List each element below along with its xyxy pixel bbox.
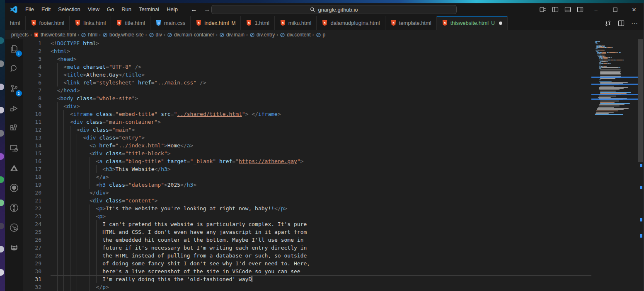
code-line-13[interactable]: <div class="entry"> xyxy=(51,134,591,142)
svg-text:5: 5 xyxy=(119,21,120,25)
menu-terminal[interactable]: Terminal xyxy=(135,6,163,12)
code-line-5[interactable]: <title>Athene.Gay</title> xyxy=(51,71,591,79)
menu-go[interactable]: Go xyxy=(103,6,118,12)
navigate-back-icon[interactable]: ← xyxy=(191,6,197,13)
code-line-32[interactable]: </p> xyxy=(51,283,591,291)
code-line-20[interactable]: </div> xyxy=(51,189,591,197)
code-line-22[interactable]: <p>It's the website you're looking at ri… xyxy=(51,204,591,212)
scrollbar-thumb[interactable] xyxy=(638,39,643,162)
toggle-primary-sidebar-icon[interactable] xyxy=(549,3,562,16)
gitlens-icon[interactable] xyxy=(7,201,21,215)
code-line-17[interactable]: <h3>This Website</h3> xyxy=(51,165,591,173)
tab-title.html[interactable]: 5title.html xyxy=(111,16,150,30)
menu-run[interactable]: Run xyxy=(118,6,135,12)
tab-thiswebsite.html[interactable]: 5thiswebsite.htmlU xyxy=(437,16,508,30)
overview-ruler-mark xyxy=(640,234,642,238)
open-changes-icon[interactable] xyxy=(602,17,614,29)
menu-help[interactable]: Help xyxy=(163,6,182,12)
code-line-19[interactable]: <h3 class="datestamp">2025</h3> xyxy=(51,181,591,189)
code-line-31[interactable]: I'm really doing this the 'old-fashioned… xyxy=(51,275,591,283)
split-editor-icon[interactable] xyxy=(615,17,627,29)
tab-main.css[interactable]: 3main.css xyxy=(150,16,191,30)
editor-scrollbar[interactable] xyxy=(638,39,644,291)
code-line-16[interactable]: <a class="blog-title" target="_blank" hr… xyxy=(51,157,591,165)
code-line-18[interactable]: </a> xyxy=(51,173,591,181)
indent-guide xyxy=(90,165,90,173)
tab-html[interactable]: html xyxy=(5,16,26,30)
tab-miku.html[interactable]: 5miku.html xyxy=(275,16,317,30)
more-actions-icon[interactable]: ⋯ xyxy=(629,17,640,29)
navigate-forward-icon[interactable]: → xyxy=(204,6,211,13)
run-debug-icon[interactable] xyxy=(7,101,21,115)
breadcrumb-item-div[interactable]: div xyxy=(149,32,162,38)
remote-explorer-icon[interactable] xyxy=(7,141,21,155)
indent-guide xyxy=(57,142,58,149)
minimap[interactable] xyxy=(591,39,638,291)
code-line-2[interactable]: <html> xyxy=(51,47,591,55)
godot-tools-icon[interactable] xyxy=(7,240,21,255)
code-line-26[interactable]: the embedded hit counter at the bottom. … xyxy=(51,236,591,244)
search-sidebar-icon[interactable] xyxy=(7,62,21,76)
code-line-7[interactable]: </head> xyxy=(51,87,591,94)
tab-template.html[interactable]: 5template.html xyxy=(385,16,437,30)
menu-edit[interactable]: Edit xyxy=(38,6,54,12)
breadcrumb-item-p[interactable]: p xyxy=(316,32,326,38)
code-line-29[interactable]: of doing some fancy shit I don't see why… xyxy=(51,260,591,267)
code-line-9[interactable]: <div> xyxy=(51,102,591,110)
breadcrumb-separator-icon: › xyxy=(145,32,147,38)
code-line-12[interactable]: <div class="main"> xyxy=(51,126,591,134)
minimap-line xyxy=(597,42,598,43)
unsaved-dot-icon[interactable] xyxy=(499,22,502,25)
code-line-1[interactable]: <!DOCTYPE html> xyxy=(51,39,591,47)
code-line-8[interactable]: <body class="whole-site"> xyxy=(51,94,591,102)
breadcrumb-item-div.entry[interactable]: div.entry xyxy=(249,32,275,38)
triangle-extension-icon[interactable] xyxy=(7,161,21,175)
extensions-icon[interactable] xyxy=(7,121,21,135)
menu-view[interactable]: View xyxy=(84,6,103,12)
code-line-14[interactable]: <a href="../index.html">Home</a> xyxy=(51,142,591,149)
breadcrumb-item-div.main[interactable]: div.main xyxy=(219,32,245,38)
tab-links.html[interactable]: 5links.html xyxy=(70,16,111,30)
tab-index.html[interactable]: 5index.htmlM xyxy=(191,16,241,30)
breadcrumb-item-div.main-container[interactable]: div.main-container xyxy=(167,32,214,38)
close-button[interactable]: ✕ xyxy=(625,3,644,16)
tab-dalamudplugins.html[interactable]: 5dalamudplugins.html xyxy=(317,16,385,30)
source-control-icon[interactable]: 2 xyxy=(7,82,21,96)
breadcrumb-item-projects[interactable]: projects xyxy=(11,32,29,38)
code-area[interactable]: <!DOCTYPE html><html> <head> <meta chars… xyxy=(51,39,591,291)
code-line-3[interactable]: <head> xyxy=(51,55,591,63)
code-line-11[interactable]: <div class="main-container"> xyxy=(51,118,591,126)
code-editor[interactable]: 1234567891011121314151617181920212223242… xyxy=(23,39,644,291)
command-center-search[interactable]: gnargle.github.io xyxy=(211,5,457,14)
code-line-28[interactable]: the HTML instead of pulling from a datab… xyxy=(51,252,591,260)
breadcrumb-item-html[interactable]: html xyxy=(81,32,97,38)
explorer-icon[interactable]: 1 xyxy=(7,42,21,56)
customize-layout-icon[interactable] xyxy=(537,3,549,16)
minimap-line xyxy=(602,52,606,53)
code-line-25[interactable]: HTML and CSS. I don't even have any java… xyxy=(51,228,591,236)
github-icon[interactable] xyxy=(7,181,21,195)
code-line-21[interactable]: <div class="content"> xyxy=(51,197,591,204)
code-line-30[interactable]: here's a live screenshot of the site in … xyxy=(51,267,591,275)
line-number-gutter[interactable]: 1234567891011121314151617181920212223242… xyxy=(23,39,41,291)
code-line-23[interactable]: <p> xyxy=(51,212,591,220)
code-line-4[interactable]: <meta charset="UTF-8" /> xyxy=(51,63,591,71)
breadcrumb-item-div.content[interactable]: div.content xyxy=(280,32,310,38)
code-line-10[interactable]: <iframe class="embed-title" src="../shar… xyxy=(51,110,591,118)
toggle-secondary-sidebar-icon[interactable] xyxy=(574,3,586,16)
code-line-6[interactable]: <link rel="stylesheet" href="../main.css… xyxy=(51,79,591,87)
code-line-15[interactable]: <div class="title-block"> xyxy=(51,149,591,157)
breadcrumb-item-thiswebsite.html[interactable]: 5thiswebsite.html xyxy=(34,32,76,38)
tab-footer.html[interactable]: 5footer.html xyxy=(26,16,70,30)
code-line-24[interactable]: I can't pretend this website is particul… xyxy=(51,220,591,228)
gitlens-inspect-icon[interactable] xyxy=(7,221,21,235)
menu-file[interactable]: File xyxy=(22,6,38,12)
toggle-panel-icon[interactable] xyxy=(562,3,574,16)
menu-selection[interactable]: Selection xyxy=(54,6,84,12)
maximize-button[interactable] xyxy=(605,3,625,16)
minimap-line xyxy=(600,71,621,72)
code-line-27[interactable]: future if it's necessary but I'm writing… xyxy=(51,244,591,252)
breadcrumb-item-body.whole-site[interactable]: body.whole-site xyxy=(102,32,144,38)
tab-1.html[interactable]: 51.html xyxy=(241,16,274,30)
minimize-button[interactable]: – xyxy=(586,3,605,16)
